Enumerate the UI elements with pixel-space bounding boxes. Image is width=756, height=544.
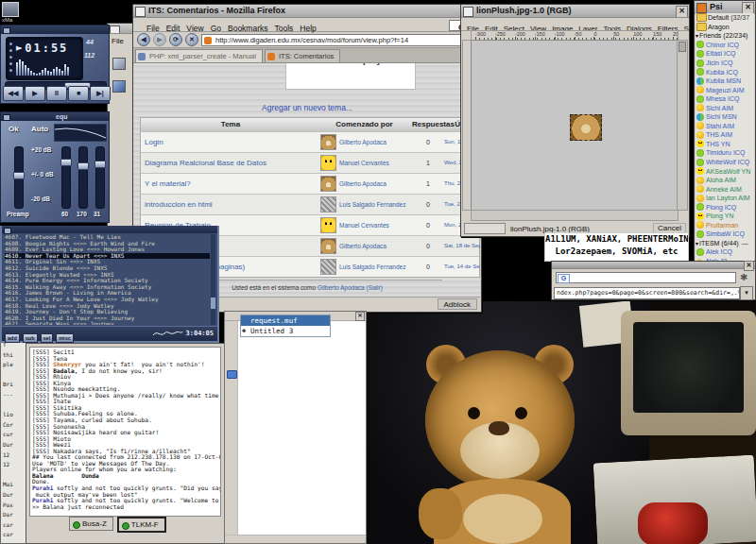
gimp-close-button[interactable]: ✕ bbox=[676, 6, 688, 18]
pause-button[interactable]: II bbox=[46, 86, 67, 101]
author-link[interactable]: Gilberto Apodaca bbox=[339, 174, 412, 194]
forum-row[interactable]: Diagrama Realcional Base de DatosManuel … bbox=[141, 152, 479, 173]
display-menu-dots[interactable] bbox=[9, 42, 12, 45]
gimp-vscroll-thumb[interactable] bbox=[679, 42, 686, 52]
buddy-item[interactable]: Pruitarman bbox=[696, 221, 754, 230]
mini-search-input[interactable]: G bbox=[556, 272, 736, 283]
preamp-handle[interactable] bbox=[13, 172, 25, 179]
xmms-playlist-window[interactable]: 4607. Fleetwood Mac - Tell Me Lies4608. … bbox=[0, 226, 219, 343]
roster-group[interactable]: Default(32/37 bbox=[696, 13, 754, 23]
address-dropdown-button[interactable]: ▼ bbox=[740, 286, 753, 300]
gimp-titlebar[interactable]: lionPlush.jpg-1.0 (RGB) ✕ bbox=[461, 5, 689, 18]
playlist-scrollbar[interactable] bbox=[211, 234, 215, 325]
forum-row[interactable]: LoginGilberto Apodaca0Sun, 17 bbox=[141, 131, 479, 152]
buddy-item[interactable]: Aloha AIM bbox=[696, 176, 754, 185]
spectrum-analyzer[interactable] bbox=[16, 59, 78, 76]
editor-close-button[interactable]: ✕ bbox=[355, 312, 365, 321]
buddy-item[interactable]: SimbaW ICQ bbox=[696, 230, 754, 239]
gimp-horizontal-scrollbar[interactable] bbox=[471, 210, 679, 221]
mini-browser-window[interactable]: ✕ G ✱ ndex.php?pages=0&page=0&screen=800… bbox=[551, 261, 756, 300]
eq-band-slider-310[interactable] bbox=[95, 146, 105, 209]
eq-auto-button[interactable]: Auto bbox=[31, 125, 48, 133]
editor-window[interactable]: ✕ request.muf◆Untitled 3 bbox=[224, 311, 367, 544]
menu-edit[interactable]: Edit bbox=[166, 24, 180, 33]
mud-client-window[interactable]: [SSS] Seciti[SSS] Tena[SSS] Shenryyr you… bbox=[26, 343, 225, 544]
playlist-add-button[interactable]: add bbox=[5, 333, 20, 343]
eq-band-handle[interactable] bbox=[94, 161, 106, 168]
author-link[interactable]: Manuel Cervantes bbox=[339, 153, 412, 173]
app-icon[interactable] bbox=[112, 80, 126, 93]
tab-busa-z[interactable]: Busa-Z bbox=[69, 517, 113, 531]
author-link[interactable]: Gilberto Apodaca bbox=[339, 236, 412, 256]
buddy-item[interactable]: Mageuzi AIM bbox=[696, 85, 754, 94]
psi-titlebar[interactable]: Psi ✕ bbox=[695, 1, 755, 14]
psi-roster-window[interactable]: Psi ✕ Default(32/37Aragon▾Friends (22/23… bbox=[694, 0, 756, 273]
reload-button[interactable]: ⟳ bbox=[169, 33, 182, 46]
roster-group[interactable]: ▾Friends (22/234) bbox=[696, 31, 754, 41]
buddy-item[interactable]: Stahi AIM bbox=[696, 122, 754, 131]
eq-on-button[interactable]: Ok bbox=[9, 125, 19, 133]
playlist-track[interactable]: 4621. Separate Ways <<>> Journey bbox=[5, 321, 210, 325]
author-link[interactable]: Gilberto Apodaca bbox=[339, 132, 412, 152]
buddy-item[interactable]: Sichi AIM bbox=[696, 103, 754, 112]
stop-button[interactable]: ■ bbox=[68, 86, 89, 101]
gimp-vertical-scrollbar[interactable] bbox=[677, 40, 688, 211]
buddy-item[interactable]: Jicin ICQ bbox=[696, 59, 754, 68]
playlist-scrollbar-thumb[interactable] bbox=[211, 298, 215, 309]
buddy-item[interactable]: Sichi MSN bbox=[696, 112, 754, 122]
buffer-item[interactable]: request.muf bbox=[241, 315, 330, 326]
playlist-menu-button[interactable] bbox=[4, 228, 11, 234]
buddy-item[interactable]: THS AIM bbox=[696, 130, 754, 140]
buddy-item[interactable]: Mhesa ICQ bbox=[696, 94, 754, 104]
tab-its-comentarios[interactable]: ITS: Comentarios bbox=[265, 49, 340, 62]
playlist-titlebar[interactable] bbox=[2, 226, 217, 233]
buddy-item[interactable]: Plong ICQ bbox=[696, 202, 754, 212]
prev-button[interactable]: ◀◀ bbox=[3, 86, 24, 101]
playlist-misc-button[interactable]: misc bbox=[56, 333, 74, 343]
back-button[interactable]: ◀ bbox=[137, 33, 150, 46]
topic-link[interactable]: introduccion en html bbox=[141, 195, 317, 214]
last-post-date[interactable]: Tue, 14 de Sep de 2004, 22:10 bbox=[444, 257, 475, 277]
buddy-item[interactable]: Eltasi ICQ bbox=[696, 49, 754, 59]
last-post-date[interactable]: Sat, 18 de Sep de 2004, 18:30 bbox=[444, 236, 475, 256]
gimp-menu-scri[interactable]: Scri bbox=[684, 25, 689, 31]
xmms-main-window[interactable]: ▶ -01:55 44 112 ◀◀▶II■▶| bbox=[0, 25, 110, 104]
roster-group[interactable]: Aragon bbox=[696, 23, 754, 32]
desktop-icon[interactable]: xMa bbox=[2, 2, 23, 26]
settings-icon[interactable]: ✱ bbox=[740, 272, 751, 283]
buddy-item[interactable]: AKSeaWolf YN bbox=[696, 166, 754, 176]
buddy-item[interactable]: Chinor ICQ bbox=[696, 41, 754, 50]
background-app-titlebar[interactable] bbox=[108, 24, 133, 34]
stop-button[interactable]: ✕ bbox=[185, 33, 198, 46]
topic-link[interactable]: Diagrama Realcional Base de Datos bbox=[141, 153, 317, 173]
xmms-display[interactable]: ▶ -01:55 bbox=[6, 37, 83, 80]
topic-link[interactable]: Login bbox=[141, 132, 317, 152]
author-link[interactable]: Manuel Cervantes bbox=[339, 215, 412, 235]
playlist-sel-button[interactable]: sel bbox=[41, 333, 54, 343]
author-link[interactable]: Luis Salgado Fernandez bbox=[339, 257, 412, 277]
buddy-item[interactable]: THS YN bbox=[696, 140, 754, 149]
tab-tlkm-f[interactable]: TLKM-F bbox=[117, 517, 166, 533]
roster-group[interactable]: ▾ITESM (6/44)— bbox=[696, 239, 754, 248]
session-user-link[interactable]: Gilberto Apodaca (Salir) bbox=[318, 284, 383, 291]
folder-icon[interactable] bbox=[227, 370, 237, 379]
gimp-canvas[interactable] bbox=[471, 40, 679, 211]
eq-band-handle[interactable] bbox=[77, 162, 89, 170]
menu-file[interactable]: File bbox=[146, 24, 160, 33]
gimp-image-window[interactable]: lionPlush.jpg-1.0 (RGB) ✕ FileEditSelect… bbox=[460, 4, 690, 237]
menu-help[interactable]: Help bbox=[300, 24, 316, 33]
chat-text-area[interactable]: [SSS] Seciti[SSS] Tena[SSS] Shenryyr you… bbox=[29, 347, 221, 517]
menu-tools[interactable]: Tools bbox=[275, 24, 294, 33]
buddy-item[interactable]: Anneke AIM bbox=[696, 184, 754, 194]
play-button[interactable]: ▶ bbox=[25, 86, 45, 101]
next-button[interactable]: ▶| bbox=[90, 86, 111, 101]
equalizer-menu-button[interactable] bbox=[3, 114, 10, 121]
forum-row[interactable]: introduccion en htmlLuis Salgado Fernand… bbox=[141, 194, 479, 214]
xmms-menu-button[interactable] bbox=[3, 27, 10, 34]
firefox-titlebar[interactable]: ITS: Comentarios - Mozilla Firefox bbox=[133, 5, 481, 18]
tab-php-manual[interactable]: PHP: xml_parser_create - Manual bbox=[135, 49, 263, 62]
menu-bookmarks[interactable]: Bookmarks bbox=[228, 24, 268, 33]
buddy-item[interactable]: Plong YN bbox=[696, 212, 754, 221]
playlist-sub-button[interactable]: sub bbox=[23, 333, 38, 343]
buddy-item[interactable]: Kublia ICQ bbox=[696, 67, 754, 76]
